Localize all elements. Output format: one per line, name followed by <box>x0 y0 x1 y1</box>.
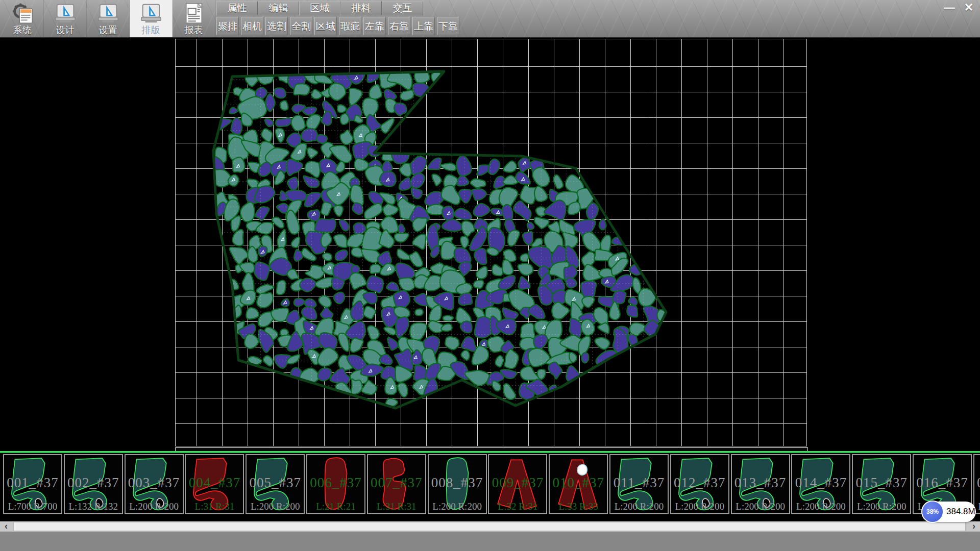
action-button[interactable]: 下靠 <box>437 17 459 35</box>
action-button[interactable]: 上靠 <box>412 17 435 35</box>
thumbnail-cell[interactable]: 004_#37L:31 R:31 <box>185 454 244 514</box>
piece-shape <box>611 456 667 512</box>
piece-thumbnail-strip: 001_#37L:700 R:700002_#37L:132 R:132003_… <box>0 453 980 521</box>
action-button[interactable]: 全割 <box>290 17 312 35</box>
status-bar <box>0 532 980 551</box>
piece-shape <box>793 456 848 512</box>
main-button-layout-ruler[interactable]: 排版 <box>130 0 173 37</box>
menu-tab[interactable]: 区域 <box>299 1 340 15</box>
menu-tab[interactable]: 排料 <box>340 1 382 15</box>
piece-shape <box>672 456 727 512</box>
thumbnail-cell[interactable]: 012_#37L:200 R:200 <box>670 454 729 514</box>
piece-shape <box>369 456 424 512</box>
piece-shape <box>127 456 182 512</box>
close-button[interactable]: ✕ <box>961 1 977 14</box>
thumbnail-cell[interactable]: 003_#37L:200 R:200 <box>125 454 184 514</box>
memory-status-pill: 38% 384.8M <box>923 502 976 522</box>
thumbnail-cell[interactable]: 010_#37L:33 R:33 <box>549 454 608 514</box>
piece-shape <box>248 456 303 512</box>
menu-tab[interactable]: 交互 <box>382 1 423 15</box>
memory-usage-label: 384.8M <box>946 502 975 522</box>
system-gear-icon <box>11 2 34 25</box>
piece-shape <box>5 456 60 512</box>
action-button[interactable]: 瑕疵 <box>339 17 361 35</box>
scrollbar-thumb[interactable] <box>13 522 966 531</box>
main-button-label: 设置 <box>99 25 117 35</box>
action-button[interactable]: 左靠 <box>363 17 386 35</box>
main-button-system-gear[interactable]: 系统 <box>1 0 44 37</box>
horizontal-scrollbar: ‹ › <box>0 521 980 532</box>
thumbnail-cell[interactable]: 011_#37L:200 R:200 <box>609 454 669 514</box>
piece-shape <box>66 456 121 512</box>
scroll-left-arrow-icon[interactable]: ‹ <box>0 521 12 532</box>
piece-shape <box>975 456 980 512</box>
action-button[interactable]: 右靠 <box>388 17 410 35</box>
toolbar: 系统设计设置排版报表 属性编辑区域排料交互 聚排相机选割全割区域瑕疵左靠右靠上靠… <box>0 0 980 38</box>
menu-tab[interactable]: 编辑 <box>258 1 299 15</box>
action-button-row: 聚排相机选割全割区域瑕疵左靠右靠上靠下靠 <box>216 17 459 36</box>
piece-shape <box>551 456 606 512</box>
minimize-button[interactable]: — <box>941 1 958 14</box>
thumbnail-cell[interactable]: 005_#37L:200 R:200 <box>246 454 305 514</box>
thumbnail-cell[interactable]: 001_#37L:700 R:700 <box>3 454 62 514</box>
thumbnail-cell[interactable]: 015_#37L:200 R:200 <box>852 454 911 514</box>
menu-tab[interactable]: 属性 <box>216 1 258 15</box>
thumbnail-cell[interactable]: 014_#37L:200 R:200 <box>791 454 850 514</box>
action-button[interactable]: 区域 <box>314 17 337 35</box>
thumbnail-cell[interactable]: 013_#37L:200 R:200 <box>731 454 790 514</box>
action-button[interactable]: 聚排 <box>216 17 239 35</box>
piece-shape <box>187 456 242 512</box>
action-button[interactable]: 选割 <box>265 17 288 35</box>
workspace <box>0 38 980 451</box>
piece-shape <box>308 456 363 512</box>
thumbnail-cell[interactable]: 007_#37L:31 R:31 <box>367 454 426 514</box>
application-window: 系统设计设置排版报表 属性编辑区域排料交互 聚排相机选割全割区域瑕疵左靠右靠上靠… <box>0 0 980 551</box>
thumbnail-cell[interactable]: 009_#37L:32 R:31 <box>488 454 547 514</box>
piece-shape <box>854 456 909 512</box>
menu-tab-bar: 属性编辑区域排料交互 <box>216 1 423 15</box>
action-button[interactable]: 相机 <box>241 17 263 35</box>
piece-shape <box>430 456 485 512</box>
main-button-label: 系统 <box>13 25 32 35</box>
main-button-report-doc[interactable]: 报表 <box>173 0 215 37</box>
main-button-group: 系统设计设置排版报表 <box>1 0 215 37</box>
thumbnail-cell[interactable]: 002_#37L:132 R:132 <box>64 454 123 514</box>
report-doc-icon <box>182 2 206 25</box>
design-ruler-icon <box>54 2 77 25</box>
main-button-label: 报表 <box>185 25 203 35</box>
layout-ruler-icon <box>139 2 163 25</box>
window-controls: — ✕ <box>941 1 977 14</box>
thumbnail-cell[interactable]: 006_#37L:21 R:21 <box>306 454 365 514</box>
main-button-label: 设计 <box>56 25 75 35</box>
progress-percent-badge: 38% <box>921 500 944 523</box>
thumbnail-cell[interactable]: 008_#37L:200 R:200 <box>428 454 487 514</box>
main-button-settings-ruler[interactable]: 设置 <box>87 0 130 37</box>
piece-shape <box>490 456 545 512</box>
settings-ruler-icon <box>96 2 120 25</box>
main-button-label: 排版 <box>142 25 160 35</box>
piece-shape <box>733 456 788 512</box>
scroll-right-arrow-icon[interactable]: › <box>968 521 980 532</box>
main-button-design-ruler[interactable]: 设计 <box>44 0 87 37</box>
nesting-canvas[interactable] <box>175 39 807 446</box>
